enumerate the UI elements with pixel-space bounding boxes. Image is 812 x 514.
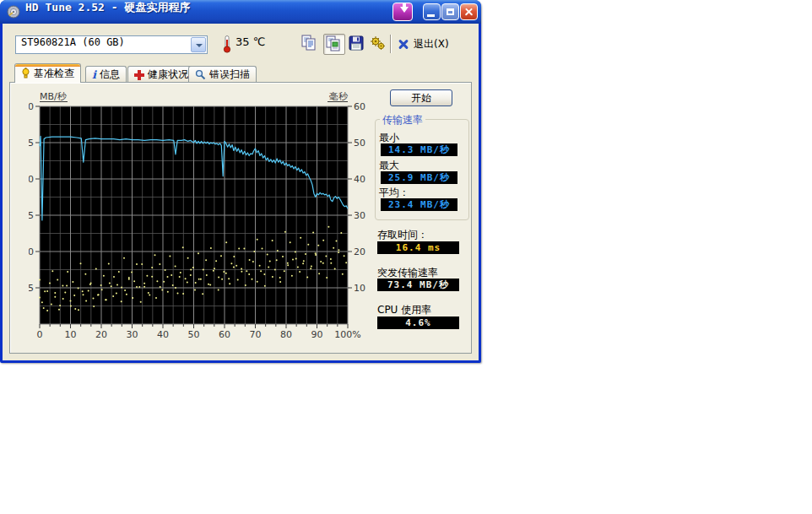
- gear-icon: [369, 34, 387, 52]
- benchmark-icon: [21, 68, 30, 79]
- svg-text:15: 15: [29, 210, 34, 221]
- client-area: ST960821A (60 GB) 35 ℃: [3, 24, 479, 360]
- svg-text:10: 10: [65, 329, 77, 340]
- svg-text:0: 0: [37, 329, 43, 340]
- burst-rate-display: 73.4 MB/秒: [377, 279, 459, 291]
- info-icon: i: [92, 68, 96, 81]
- cpu-usage-label: CPU 使用率: [377, 303, 431, 317]
- copy-icon: [300, 34, 318, 52]
- window-title: HD Tune 2.52 - 硬盘实用程序: [25, 0, 190, 24]
- svg-text:40: 40: [157, 329, 169, 340]
- svg-text:30: 30: [354, 210, 365, 221]
- maximize-icon: [447, 8, 454, 15]
- svg-text:毫秒: 毫秒: [329, 91, 349, 102]
- svg-text:25: 25: [29, 138, 34, 149]
- hdtune-window: HD Tune 2.52 - 硬盘实用程序 ST960821A (60 GB) …: [0, 0, 481, 363]
- svg-text:90: 90: [311, 329, 323, 340]
- cpu-usage-display: 4.6%: [377, 317, 459, 329]
- svg-text:80: 80: [280, 329, 292, 340]
- toolbar-separator: [390, 35, 392, 53]
- thermometer-icon: [222, 35, 232, 53]
- benchmark-chart: 3025201510560504030201001020304050607080…: [29, 87, 366, 340]
- chevron-down-icon[interactable]: [191, 37, 206, 52]
- svg-text:30: 30: [127, 329, 138, 340]
- tab-error-scan-label: 错误扫描: [209, 68, 250, 82]
- svg-text:20: 20: [29, 174, 34, 185]
- minimize-icon: [427, 14, 435, 17]
- tab-info-label: 信息: [100, 68, 120, 82]
- exit-label: 退出(X): [414, 37, 449, 51]
- access-time-label: 存取时间：: [377, 228, 428, 242]
- save-icon: [347, 34, 365, 52]
- svg-text:30: 30: [29, 101, 34, 112]
- copy-button[interactable]: [300, 34, 322, 55]
- svg-text:50: 50: [354, 138, 365, 149]
- titlebar[interactable]: HD Tune 2.52 - 硬盘实用程序: [0, 0, 481, 24]
- svg-text:10: 10: [354, 283, 365, 294]
- down-arrow-icon: [400, 7, 409, 13]
- svg-text:10: 10: [29, 246, 34, 257]
- svg-text:40: 40: [354, 174, 365, 185]
- minimize-button[interactable]: [423, 3, 441, 20]
- tab-benchmark-label: 基准检查: [34, 67, 74, 81]
- avg-value-display: 23.4 MB/秒: [381, 198, 457, 211]
- start-button[interactable]: 开始: [390, 89, 452, 106]
- svg-text:50: 50: [188, 329, 200, 340]
- benchmark-page: 3025201510560504030201001020304050607080…: [9, 82, 472, 354]
- magnifier-icon: [195, 69, 206, 80]
- drive-select-value: ST960821A (60 GB): [21, 36, 125, 48]
- svg-text:20: 20: [354, 246, 365, 257]
- health-cross-icon: [134, 70, 144, 80]
- tab-health-label: 健康状况: [148, 68, 188, 82]
- download-arrow-button[interactable]: [392, 3, 413, 21]
- drive-select[interactable]: ST960821A (60 GB): [15, 35, 208, 54]
- svg-text:70: 70: [250, 329, 262, 340]
- active-tab-accent: [15, 64, 80, 67]
- app-icon: [7, 5, 20, 19]
- svg-text:MB/秒: MB/秒: [40, 91, 68, 102]
- options-button[interactable]: [369, 34, 391, 55]
- temperature-value: 35 ℃: [235, 35, 265, 48]
- save-button[interactable]: [347, 34, 369, 55]
- svg-text:100%: 100%: [334, 329, 360, 340]
- svg-text:20: 20: [95, 329, 107, 340]
- min-value-display: 14.3 MB/秒: [381, 143, 457, 156]
- svg-text:5: 5: [29, 283, 34, 294]
- transfer-group-title: 传输速率: [380, 113, 425, 127]
- access-time-display: 16.4 ms: [377, 241, 459, 254]
- tab-error-scan[interactable]: 错误扫描: [188, 66, 257, 83]
- copy-screenshot-button[interactable]: [323, 34, 345, 55]
- tab-health[interactable]: 健康状况: [127, 66, 195, 83]
- max-value-display: 25.9 MB/秒: [381, 171, 457, 184]
- svg-text:60: 60: [219, 329, 230, 340]
- maximize-button[interactable]: [441, 3, 459, 20]
- svg-text:60: 60: [354, 101, 365, 112]
- tab-benchmark[interactable]: 基准检查: [14, 63, 81, 83]
- close-button[interactable]: [460, 3, 478, 20]
- screenshot-icon: [324, 35, 343, 53]
- tab-info[interactable]: i 信息: [85, 66, 127, 83]
- exit-x-icon: [398, 39, 409, 51]
- exit-button[interactable]: 退出(X): [398, 34, 468, 55]
